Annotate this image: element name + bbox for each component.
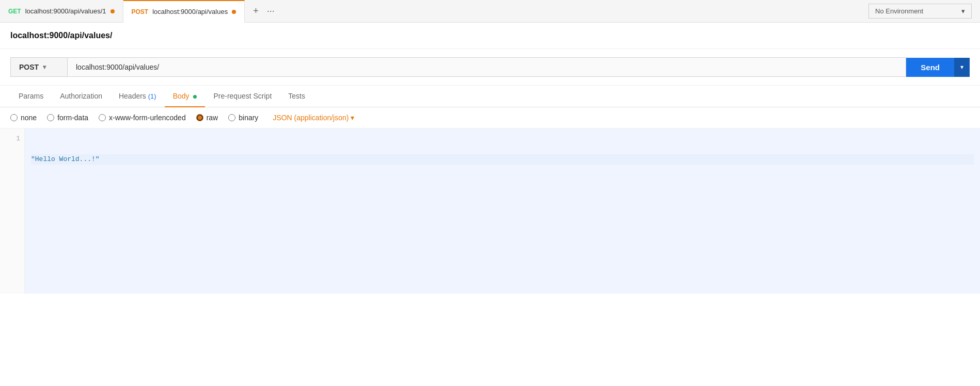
- tab-get[interactable]: GET localhost:9000/api/values/1: [0, 0, 123, 22]
- send-dropdown-button[interactable]: ▾: [954, 58, 970, 77]
- send-button-group: Send ▾: [906, 58, 970, 77]
- request-tabs: Params Authorization Headers (1) Body Pr…: [0, 86, 980, 107]
- add-tab-button[interactable]: +: [251, 4, 261, 19]
- tab-headers[interactable]: Headers (1): [110, 86, 165, 107]
- tab-authorization[interactable]: Authorization: [52, 86, 110, 107]
- tab-post[interactable]: POST localhost:9000/api/values: [123, 0, 245, 23]
- tab-get-url: localhost:9000/api/values/1: [25, 7, 106, 15]
- line-number-1: 1: [0, 133, 24, 146]
- body-options: none form-data x-www-form-urlencoded raw…: [0, 107, 980, 128]
- env-selector: No Environment ▾: [860, 0, 980, 22]
- json-type-chevron-icon: ▾: [351, 114, 354, 122]
- request-title: localhost:9000/api/values/: [0, 23, 980, 49]
- tab-tests[interactable]: Tests: [280, 86, 313, 107]
- radio-urlencoded[interactable]: [99, 114, 106, 121]
- url-bar: POST ▾ Send ▾: [0, 49, 980, 86]
- method-value: POST: [19, 63, 39, 71]
- tab-bar: GET localhost:9000/api/values/1 POST loc…: [0, 0, 980, 23]
- method-select[interactable]: POST ▾: [10, 57, 67, 77]
- tab-post-url: localhost:9000/api/values: [152, 8, 228, 15]
- tab-params[interactable]: Params: [10, 86, 52, 107]
- radio-binary[interactable]: [228, 114, 235, 121]
- radio-raw[interactable]: [196, 114, 203, 121]
- body-active-dot: [193, 95, 197, 99]
- code-content[interactable]: "Hello World...!": [25, 128, 980, 294]
- more-tabs-button[interactable]: ···: [265, 4, 277, 19]
- tab-post-method: POST: [132, 8, 149, 15]
- tab-actions: + ···: [245, 0, 283, 22]
- tab-body[interactable]: Body: [165, 86, 206, 107]
- tab-post-dot: [232, 10, 236, 14]
- option-raw[interactable]: raw: [196, 114, 218, 122]
- tab-get-dot: [110, 9, 115, 13]
- radio-none[interactable]: [10, 114, 18, 121]
- send-button[interactable]: Send: [906, 58, 954, 77]
- radio-form-data[interactable]: [47, 114, 54, 121]
- option-binary[interactable]: binary: [228, 114, 258, 122]
- method-chevron-icon: ▾: [43, 63, 46, 71]
- headers-badge: (1): [148, 92, 156, 100]
- tab-get-method: GET: [8, 8, 21, 15]
- code-editor: 1 "Hello World...!": [0, 128, 980, 294]
- env-label: No Environment: [875, 7, 923, 15]
- tab-pre-request[interactable]: Pre-request Script: [205, 86, 280, 107]
- json-type-label: JSON (application/json): [273, 114, 349, 122]
- json-type-selector[interactable]: JSON (application/json) ▾: [273, 114, 354, 122]
- line-numbers: 1: [0, 128, 25, 294]
- code-string-1: "Hello World...!": [31, 154, 100, 165]
- env-dropdown[interactable]: No Environment ▾: [868, 4, 972, 19]
- option-urlencoded[interactable]: x-www-form-urlencoded: [99, 114, 186, 122]
- url-input[interactable]: [67, 57, 906, 77]
- code-line-1[interactable]: "Hello World...!": [31, 154, 974, 165]
- option-form-data[interactable]: form-data: [47, 114, 88, 122]
- option-none[interactable]: none: [10, 114, 37, 122]
- env-chevron-icon: ▾: [961, 7, 965, 15]
